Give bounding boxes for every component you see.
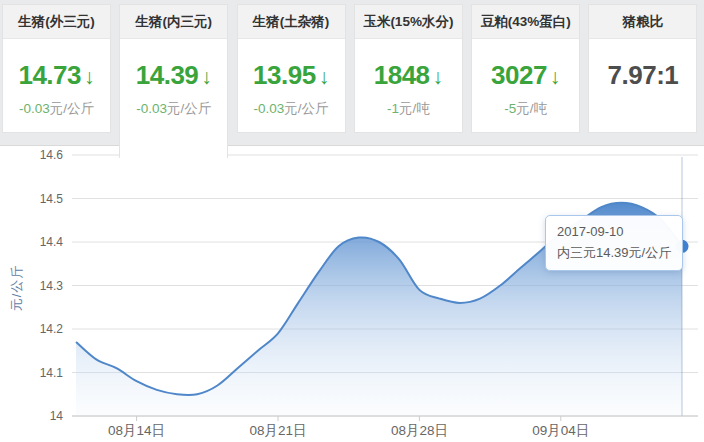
tooltip-value: 内三元14.39元/公斤 [557,243,671,264]
price-card-5[interactable]: 豆粕(43%蛋白) 3027↓ -5元/吨 [471,4,580,133]
x-tick-label: 08月28日 [391,423,448,438]
price-card-body: 14.39↓ -0.03元/公斤 [120,60,227,118]
price-change-row: -1元/吨 [355,100,462,118]
down-arrow-icon: ↓ [550,65,561,88]
price-value: 3027 [491,60,547,90]
price-card-body: 13.95↓ -0.03元/公斤 [238,60,345,118]
price-card-body: 14.73↓ -0.03元/公斤 [3,60,110,118]
price-card-title: 生猪(内三元) [120,5,227,39]
price-card-title: 猪粮比 [589,5,696,39]
price-card-6[interactable]: 猪粮比 7.97:1 [588,4,697,133]
price-value: 7.97:1 [608,60,679,90]
price-change-unit: 元/吨 [516,101,547,116]
y-tick-label: 14.3 [40,279,64,293]
price-card-1[interactable]: 生猪(外三元) 14.73↓ -0.03元/公斤 [2,4,111,133]
price-change-value: -0.03 [19,101,50,116]
price-change-value: -0.03 [136,101,167,116]
price-value-row: 13.95↓ [238,60,345,91]
price-card-4[interactable]: 玉米(15%水分) 1848↓ -1元/吨 [354,4,463,133]
y-tick-label: 14.4 [40,235,64,249]
price-value-row: 14.73↓ [3,60,110,91]
price-card-title: 玉米(15%水分) [355,5,462,39]
price-change-unit: 元/公斤 [284,101,328,116]
price-card-2[interactable]: 生猪(内三元) 14.39↓ -0.03元/公斤 [119,4,228,158]
y-tick-label: 14 [50,409,64,423]
price-card-3[interactable]: 生猪(土杂猪) 13.95↓ -0.03元/公斤 [237,4,346,133]
price-card-body: 1848↓ -1元/吨 [355,60,462,118]
price-value: 13.95 [253,60,316,90]
price-value: 14.73 [18,60,81,90]
chart-tooltip: 2017-09-10 内三元14.39元/公斤 [545,215,683,271]
price-change-unit: 元/吨 [399,101,430,116]
price-change-row: -0.03元/公斤 [3,100,110,118]
price-card-body: 7.97:1 [589,60,696,91]
y-tick-label: 14.2 [40,322,64,336]
down-arrow-icon: ↓ [84,65,95,88]
price-value-row: 14.39↓ [120,60,227,91]
price-change-row: -5元/吨 [472,100,579,118]
price-value-row: 7.97:1 [589,60,696,91]
price-change-value: -0.03 [254,101,285,116]
price-trend-panel: 元/公斤 1414.114.214.314.414.514.608月14日08月… [0,145,704,442]
price-card-title: 生猪(外三元) [3,5,110,39]
down-arrow-icon: ↓ [319,65,330,88]
price-change-unit: 元/公斤 [167,101,211,116]
price-trend-chart[interactable]: 1414.114.214.314.414.514.608月14日08月21日08… [0,145,704,442]
price-change-unit: 元/公斤 [50,101,94,116]
down-arrow-icon: ↓ [201,65,212,88]
price-card-title: 豆粕(43%蛋白) [472,5,579,39]
tooltip-date: 2017-09-10 [557,222,671,243]
x-tick-label: 09月04日 [532,423,589,438]
price-card-title: 生猪(土杂猪) [238,5,345,39]
price-change-row: -0.03元/公斤 [120,100,227,118]
y-tick-label: 14.5 [40,192,64,206]
price-value: 1848 [374,60,430,90]
price-value-row: 3027↓ [472,60,579,91]
x-tick-label: 08月14日 [108,423,165,438]
price-card-strip: 生猪(外三元) 14.73↓ -0.03元/公斤 生猪(内三元) 14.39↓ … [2,4,697,158]
x-tick-label: 08月21日 [249,423,306,438]
y-tick-label: 14.1 [40,366,64,380]
price-card-body: 3027↓ -5元/吨 [472,60,579,118]
price-value: 14.39 [136,60,199,90]
price-change-value: -5 [504,101,516,116]
down-arrow-icon: ↓ [433,65,444,88]
price-change-row: -0.03元/公斤 [238,100,345,118]
price-value-row: 1848↓ [355,60,462,91]
price-change-value: -1 [387,101,399,116]
